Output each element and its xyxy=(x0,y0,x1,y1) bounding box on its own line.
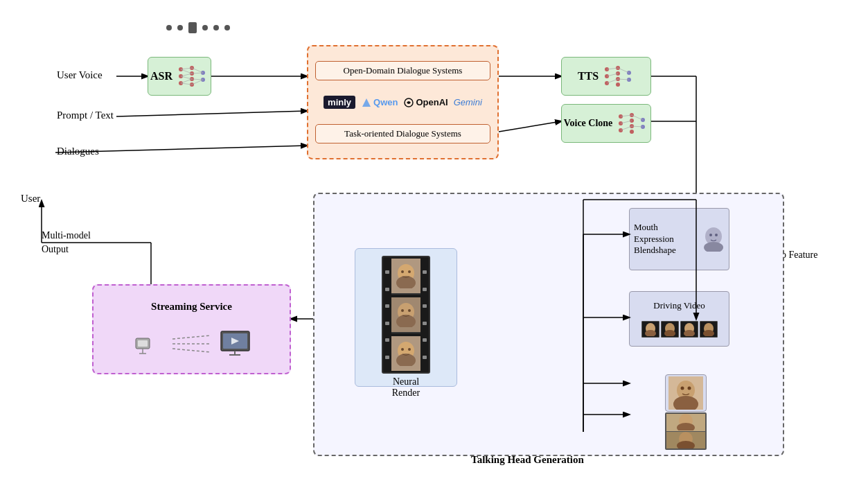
task-oriented-label: Task-oriented Dialogue Systems xyxy=(344,128,461,139)
svg-point-71 xyxy=(408,309,411,312)
drive-face-2 xyxy=(663,322,677,336)
brand-minly: minly xyxy=(324,96,355,109)
streaming-service-label: Streaming Service xyxy=(151,301,232,313)
brand-openai-label: OpenAI xyxy=(416,97,448,107)
svg-line-30 xyxy=(192,68,203,73)
svg-line-62 xyxy=(632,115,643,120)
svg-line-5 xyxy=(499,121,561,132)
svg-line-27 xyxy=(181,76,192,79)
open-domain-label: Open-Domain Dialogue Systems xyxy=(344,65,463,76)
streaming-service-box: Streaming Service xyxy=(92,284,291,374)
drive-frame-2 xyxy=(661,321,679,338)
driving-video-box: Driving Video xyxy=(629,291,729,347)
user-label: User xyxy=(21,193,40,204)
svg-line-33 xyxy=(192,80,203,85)
svg-point-70 xyxy=(401,309,404,312)
drive-face-1 xyxy=(644,322,657,336)
monitor-icon xyxy=(220,330,251,358)
portrait-image-box xyxy=(665,374,707,412)
open-domain-box: Open-Domain Dialogue Systems xyxy=(315,61,490,80)
svg-line-25 xyxy=(181,69,192,73)
qwen-icon xyxy=(361,97,372,108)
svg-point-94 xyxy=(677,423,695,430)
svg-point-96 xyxy=(677,441,695,448)
neural-render-label: Neural Render xyxy=(392,376,420,399)
svg-line-48 xyxy=(618,68,629,73)
brand-gemini-label: Gemini xyxy=(454,97,482,107)
drive-frame-4 xyxy=(700,321,718,338)
driving-video-strip xyxy=(641,321,718,338)
prompt-text-label: Prompt / Text xyxy=(57,110,114,121)
svg-point-77 xyxy=(704,242,723,252)
tts-box: TTS xyxy=(561,57,651,96)
svg-line-60 xyxy=(621,121,632,123)
svg-point-74 xyxy=(401,348,404,351)
openai-icon xyxy=(403,97,414,108)
mouth-expression-box: Mouth Expression Blendshape xyxy=(629,208,729,270)
svg-point-67 xyxy=(408,270,411,273)
video-frame-1 xyxy=(666,414,705,432)
video-face-2 xyxy=(673,432,699,448)
svg-marker-34 xyxy=(362,98,371,107)
filmstrip-container xyxy=(382,256,430,374)
svg-point-66 xyxy=(401,270,404,273)
svg-point-79 xyxy=(715,234,718,236)
svg-line-103 xyxy=(172,349,211,352)
asr-label: ASR xyxy=(150,70,172,82)
video-face-1 xyxy=(673,414,699,430)
film-frame-3 xyxy=(391,336,420,371)
drive-face-4 xyxy=(702,322,716,336)
asr-box: ASR xyxy=(148,57,211,96)
dialogues-label: Dialogues xyxy=(57,146,99,157)
face-frame-3 xyxy=(392,341,420,366)
asr-nn-icon xyxy=(175,62,209,90)
film-holes-left xyxy=(385,257,389,372)
face-frame-1 xyxy=(392,263,420,288)
svg-line-2 xyxy=(116,111,307,116)
film-frame-2 xyxy=(391,297,420,333)
streaming-device-visual xyxy=(132,330,251,358)
face-frame-2 xyxy=(392,302,420,327)
tts-nn-icon xyxy=(601,62,635,90)
drive-frame-1 xyxy=(641,321,659,338)
svg-point-56 xyxy=(630,130,634,134)
task-oriented-box: Task-oriented Dialogue Systems xyxy=(315,124,490,143)
svg-point-42 xyxy=(616,82,620,87)
voice-clone-label: Voice Clone xyxy=(564,118,613,129)
svg-line-102 xyxy=(172,336,211,339)
voice-clone-nn-icon xyxy=(615,110,648,137)
brand-openai-group: OpenAI xyxy=(403,97,448,108)
drive-face-3 xyxy=(682,322,696,336)
driving-video-label: Driving Video xyxy=(653,300,705,311)
diagram: User Voice Prompt / Text Dialogues User … xyxy=(0,0,868,488)
svg-line-61 xyxy=(621,126,632,130)
neural-render-box: Neural Render xyxy=(355,248,457,387)
mouth-expression-label: Mouth Expression Blendshape xyxy=(634,222,698,257)
signal-lines-icon xyxy=(172,333,214,354)
dialogue-systems-box: Open-Domain Dialogue Systems minly Qwen … xyxy=(307,45,499,159)
brand-qwen-label: Qwen xyxy=(373,97,398,107)
tts-label: TTS xyxy=(578,70,599,82)
brand-qwen-group: Qwen xyxy=(361,97,398,108)
film-holes-right xyxy=(423,257,427,372)
brands-row: minly Qwen OpenAI Gemini xyxy=(324,96,482,109)
svg-point-91 xyxy=(681,387,684,390)
nn-dots-top xyxy=(166,22,230,33)
svg-line-47 xyxy=(607,79,618,83)
transmitter-icon xyxy=(132,331,167,356)
portrait-image-icon xyxy=(668,376,703,410)
portrait-video-box xyxy=(665,412,707,450)
film-frame-1 xyxy=(391,259,420,295)
filmstrip xyxy=(382,256,430,374)
svg-line-28 xyxy=(181,79,192,83)
multi-model-output-label: Multi-model Output xyxy=(42,229,91,256)
user-voice-label: User Voice xyxy=(57,69,103,81)
video-frame-2 xyxy=(666,432,705,449)
svg-point-92 xyxy=(688,387,691,390)
svg-rect-98 xyxy=(138,340,148,347)
svg-line-46 xyxy=(607,73,618,76)
voice-clone-box: Voice Clone xyxy=(561,104,651,143)
head-silhouette-icon xyxy=(702,227,725,252)
svg-point-75 xyxy=(408,348,411,351)
svg-point-78 xyxy=(709,234,712,236)
